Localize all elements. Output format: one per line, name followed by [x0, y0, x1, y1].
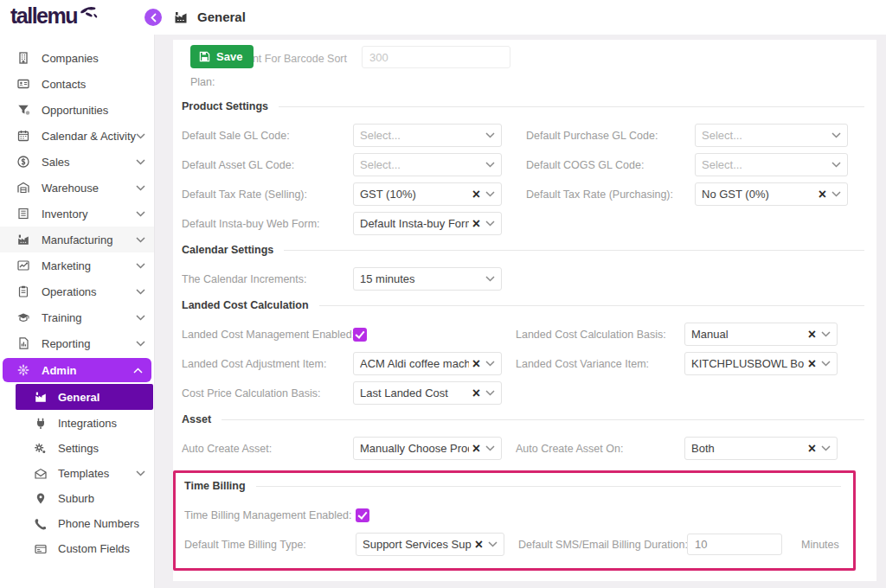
section-title: Time Billing [184, 480, 246, 492]
clear-icon[interactable]: × [475, 538, 483, 552]
sidebar-item-opportunities[interactable]: Opportunities [0, 97, 154, 123]
default-instabuy-web-form-select[interactable]: Default Insta-buy Form × [353, 212, 502, 235]
sidebar-item-admin[interactable]: Admin [3, 358, 151, 382]
sidebar-item-label: Inventory [42, 208, 136, 220]
clear-icon[interactable]: × [472, 188, 480, 201]
sidebar-item-reporting[interactable]: Reporting [0, 330, 154, 356]
chevron-down-icon [485, 132, 495, 138]
form-row: Default Tax Rate (Selling): GST (10%) × … [182, 182, 876, 206]
sidebar-item-label: Suburb [58, 492, 145, 505]
sidebar-item-contacts[interactable]: Contacts [0, 71, 154, 97]
sidebar-item-training[interactable]: Training [0, 304, 154, 330]
chevron-down-icon [136, 470, 145, 476]
section-header-calendar-settings: Calendar Settings [182, 244, 876, 256]
clear-icon[interactable]: × [472, 442, 480, 456]
default-tax-rate-purchasing-select[interactable]: No GST (0%) × [695, 182, 848, 206]
sidebar-collapse-button[interactable] [144, 9, 162, 26]
chevron-down-icon [821, 361, 831, 367]
funnel-icon [16, 103, 30, 118]
factory-icon [16, 233, 30, 247]
landed-cost-management-checkbox[interactable] [353, 328, 367, 342]
auto-create-asset-on-select[interactable]: Both × [684, 437, 838, 460]
chevron-down-icon [136, 159, 145, 165]
field-label: The Calendar Increments: [182, 273, 353, 285]
sidebar-item-label: Templates [58, 467, 136, 480]
sidebar-item-suburb[interactable]: Suburb [0, 486, 154, 511]
calendar-increments-select[interactable]: 15 minutes [353, 267, 502, 291]
sidebar-item-warehouse[interactable]: Warehouse [0, 175, 154, 201]
sidebar-item-label: General [58, 391, 144, 404]
sidebar-item-label: Training [42, 311, 136, 324]
sidebar-item-calendar-activity[interactable]: Calendar & Activity [0, 123, 154, 149]
sidebar-item-templates[interactable]: Templates [0, 461, 154, 486]
save-button[interactable]: Save [190, 45, 254, 68]
select-value: Default Insta-buy Form [360, 217, 469, 230]
card-icon [33, 541, 48, 556]
section-header-asset: Asset [182, 413, 876, 425]
cost-price-calculation-basis-select[interactable]: Last Landed Cost × [353, 381, 502, 405]
sidebar-item-general[interactable]: General [16, 384, 153, 410]
brand-logo[interactable]: tallemu [10, 3, 101, 29]
chevron-down-icon [485, 390, 495, 396]
auto-create-asset-select[interactable]: Manually Choose Prod... × [353, 437, 502, 460]
sidebar-item-custom-fields[interactable]: Custom Fields [0, 536, 154, 561]
clear-icon[interactable]: × [472, 217, 480, 231]
sidebar: Companies Contacts Opportunities Calenda… [0, 35, 154, 588]
factory-icon [173, 10, 189, 29]
sidebar-item-sales[interactable]: Sales [0, 149, 154, 175]
section-divider [222, 419, 864, 420]
sidebar-item-label: Companies [42, 52, 145, 65]
default-tax-rate-selling-select[interactable]: GST (10%) × [353, 182, 502, 206]
chevron-left-icon [151, 13, 157, 22]
section-title: Asset [182, 413, 211, 425]
landed-cost-adjustment-item-select[interactable]: ACM Aldi coffee machi... × [353, 352, 502, 375]
default-purchase-gl-code-select[interactable]: Select... [695, 124, 848, 147]
landed-cost-calculation-basis-select[interactable]: Manual × [684, 323, 838, 346]
clear-icon[interactable]: × [472, 387, 480, 400]
page-title: General [197, 10, 246, 24]
default-cogs-gl-code-select[interactable]: Select... [695, 153, 848, 176]
sms-email-billing-duration-input[interactable] [687, 534, 782, 555]
field-label: Default Time Billing Type: [184, 539, 356, 551]
sidebar-item-integrations[interactable]: Integrations [0, 411, 154, 436]
sidebar-item-settings[interactable]: Settings [0, 436, 154, 461]
form-row: Default Time Billing Type: Support Servi… [184, 533, 853, 556]
clear-icon[interactable]: × [808, 357, 816, 371]
sidebar-item-label: Custom Fields [58, 542, 145, 555]
sidebar-item-label: Manufacturing [42, 233, 136, 246]
scrolled-row: Save ount For Barcode Sort Plan: [182, 40, 876, 92]
report-icon [16, 336, 30, 351]
default-time-billing-type-select[interactable]: Support Services Supp... × [356, 533, 504, 556]
barcode-sort-plan-input[interactable] [362, 46, 510, 68]
chevron-down-icon [831, 162, 841, 168]
section-title: Landed Cost Calculation [182, 299, 309, 311]
select-value: Support Services Supp... [363, 538, 472, 551]
clear-icon[interactable]: × [472, 357, 480, 371]
landed-cost-variance-item-select[interactable]: KITCHPLUSBOWL Bo... × [684, 352, 838, 375]
logo-text: tallemu [10, 3, 77, 29]
section-header-landed-cost: Landed Cost Calculation [182, 299, 876, 311]
app-window: tallemu General Companies Contacts Oppor… [0, 0, 886, 588]
clear-icon[interactable]: × [808, 442, 816, 456]
sidebar-item-operations[interactable]: Operations [0, 278, 154, 304]
field-label: Default Tax Rate (Purchasing): [526, 189, 695, 201]
clear-icon[interactable]: × [819, 188, 826, 201]
sidebar-item-inventory[interactable]: Inventory [0, 201, 154, 227]
clear-icon[interactable]: × [808, 328, 816, 342]
content-area: Save ount For Barcode Sort Plan: Product… [155, 35, 886, 588]
default-sale-gl-code-select[interactable]: Select... [353, 124, 502, 147]
default-asset-gl-code-select[interactable]: Select... [353, 153, 502, 176]
chevron-down-icon [136, 133, 145, 139]
sidebar-item-manufacturing[interactable]: Manufacturing [0, 227, 154, 252]
chevron-down-icon [821, 445, 831, 451]
time-billing-management-checkbox[interactable] [356, 508, 369, 522]
chevron-down-icon [485, 276, 495, 282]
plan-label-fragment: Plan: [190, 76, 215, 88]
sidebar-item-companies[interactable]: Companies [0, 45, 154, 71]
emu-footprint-icon [77, 3, 102, 26]
chevron-down-icon [488, 541, 498, 547]
chevron-down-icon [136, 263, 145, 269]
map-pin-icon [33, 491, 48, 506]
sidebar-item-marketing[interactable]: Marketing [0, 252, 154, 278]
sidebar-item-phone-numbers[interactable]: Phone Numbers [0, 511, 154, 536]
